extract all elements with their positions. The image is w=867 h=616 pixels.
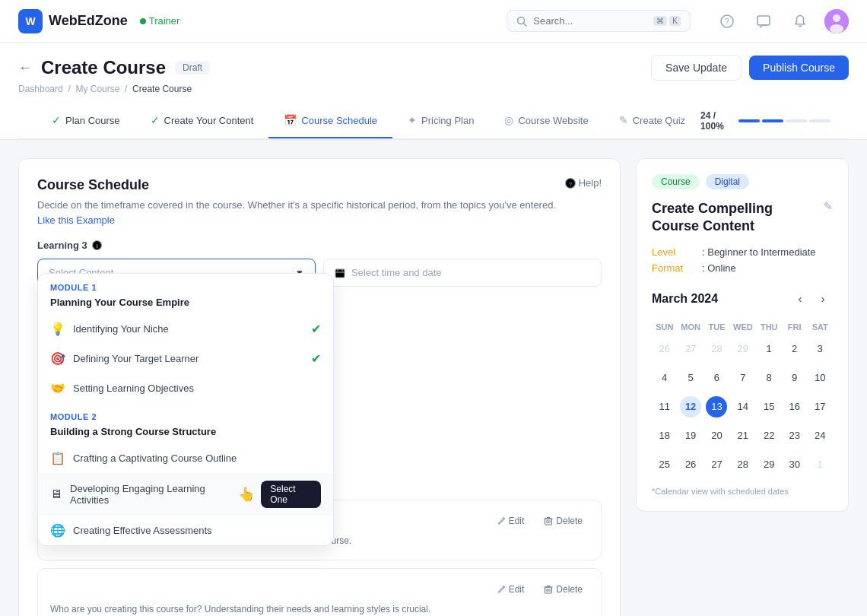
cal-day[interactable]: 28 — [704, 335, 729, 364]
search-bar[interactable]: ⌘K — [507, 10, 691, 32]
calendar-header: March 2024 ‹ › — [652, 289, 833, 309]
objectives-emoji: 🤝 — [50, 381, 65, 395]
dropdown-item-learner[interactable]: 🎯 Defining Your Target Learner ✔ — [38, 344, 333, 373]
niche-label: Identifying Your Niche — [73, 323, 169, 335]
cal-tue: TUE — [704, 319, 729, 335]
cal-day[interactable]: 20 — [704, 421, 729, 450]
app-name: WebEdZone — [49, 13, 128, 29]
content-item-2-header: Edit Delete — [50, 581, 589, 598]
content-item-2-desc: Who are you creating this course for? Un… — [50, 602, 589, 616]
learning-label: Learning 3 i — [37, 240, 602, 251]
breadcrumb-dashboard[interactable]: Dashboard — [18, 84, 63, 94]
cal-day[interactable]: 19 — [677, 421, 703, 450]
calendar-grid: SUN MON TUE WED THU FRI SAT 26 27 — [652, 319, 833, 479]
tab-plan[interactable]: ✓ Plan Course — [37, 103, 135, 138]
cal-day[interactable]: 13 — [704, 392, 729, 421]
cal-day[interactable]: 14 — [729, 392, 756, 421]
cal-day[interactable]: 3 — [807, 335, 833, 364]
cal-day[interactable]: 12 — [677, 392, 703, 421]
cal-day[interactable]: 26 — [652, 335, 677, 364]
cal-day[interactable]: 23 — [782, 421, 807, 450]
page-header: ← Create Course Draft Save Update Publis… — [0, 43, 867, 140]
datetime-input[interactable]: Select time and date — [323, 259, 602, 287]
page-actions: Save Update Publish Course — [651, 55, 849, 81]
cal-day[interactable]: 9 — [782, 364, 807, 392]
cal-day[interactable]: 21 — [729, 421, 756, 450]
cal-fri: FRI — [782, 319, 807, 335]
search-icon — [516, 16, 527, 27]
breadcrumb-mycourse[interactable]: My Course — [75, 84, 119, 94]
cal-day[interactable]: 29 — [756, 450, 781, 479]
format-value: : Online — [702, 262, 736, 274]
cal-day[interactable]: 4 — [652, 364, 677, 392]
dropdown-item-assessments[interactable]: 🌐 Creating Effective Assessments — [38, 516, 333, 545]
tab-label-pricing: Pricing Plan — [421, 115, 474, 126]
tab-website[interactable]: ◎ Course Website — [489, 103, 603, 138]
help-icon[interactable]: ? — [715, 9, 739, 33]
cal-week-3: 11 12 13 14 15 16 17 — [652, 392, 833, 421]
save-button[interactable]: Save Update — [651, 55, 742, 81]
cal-day[interactable]: 30 — [782, 450, 807, 479]
cal-day[interactable]: 16 — [782, 392, 807, 421]
delete-button-2[interactable]: Delete — [538, 581, 589, 598]
cal-day[interactable]: 29 — [729, 335, 756, 364]
svg-text:i: i — [96, 243, 97, 249]
cal-day[interactable]: 8 — [756, 364, 781, 392]
user-avatar[interactable] — [824, 9, 849, 33]
activities-emoji: 🖥 — [50, 487, 62, 501]
cal-day[interactable]: 7 — [729, 364, 756, 392]
cal-day[interactable]: 15 — [756, 392, 781, 421]
card-header: Course Schedule Decide on the timeframe … — [37, 177, 602, 227]
cal-day[interactable]: 11 — [652, 392, 677, 421]
cal-day[interactable]: 2 — [782, 335, 807, 364]
dropdown-item-activities[interactable]: 🖥 Developing Engaging Learning Activitie… — [38, 473, 333, 516]
help-button[interactable]: ? Help! — [565, 177, 602, 189]
cal-day[interactable]: 24 — [807, 421, 833, 450]
niche-check: ✔ — [311, 322, 321, 336]
tab-label-create: Create Your Content — [164, 115, 254, 126]
notification-icon[interactable] — [788, 9, 812, 33]
tab-pricing[interactable]: ✦ Pricing Plan — [392, 103, 489, 138]
search-shortcut: ⌘K — [653, 16, 681, 26]
delete-button-1[interactable]: Delete — [538, 513, 589, 529]
chat-icon[interactable] — [751, 9, 776, 33]
edit-button-1[interactable]: Edit — [491, 513, 531, 529]
publish-button[interactable]: Publish Course — [749, 56, 849, 80]
search-input[interactable] — [533, 15, 647, 27]
tab-create[interactable]: ✓ Create Your Content — [135, 103, 269, 138]
schedule-link[interactable]: Like this Example — [37, 214, 115, 226]
module-1-title: Planning Your Course Empire — [38, 295, 333, 314]
calendar-next[interactable]: › — [813, 289, 833, 309]
cal-day[interactable]: 1 — [807, 450, 833, 479]
back-button[interactable]: ← — [18, 60, 32, 76]
tab-schedule[interactable]: 📅 Course Schedule — [268, 103, 392, 138]
cal-day[interactable]: 25 — [652, 450, 677, 479]
cal-day[interactable]: 22 — [756, 421, 781, 450]
course-edit-icon[interactable]: ✎ — [824, 200, 833, 212]
cal-day[interactable]: 10 — [807, 364, 833, 392]
tab-label-quiz: Create Quiz — [633, 115, 685, 126]
tab-check-plan: ✓ — [52, 114, 61, 126]
cal-day[interactable]: 17 — [807, 392, 833, 421]
cal-day[interactable]: 27 — [677, 335, 703, 364]
dropdown-item-niche[interactable]: 💡 Identifying Your Niche ✔ — [38, 314, 333, 344]
cal-day[interactable]: 1 — [756, 335, 781, 364]
dropdown-item-outline[interactable]: 📋 Crafting a Captivating Course Outline — [38, 443, 333, 473]
calendar-icon — [335, 268, 345, 278]
cal-day[interactable]: 5 — [677, 364, 703, 392]
cal-day[interactable]: 18 — [652, 421, 677, 450]
left-panel: Course Schedule Decide on the timeframe … — [18, 158, 621, 616]
calendar-prev[interactable]: ‹ — [790, 289, 810, 309]
tab-quiz[interactable]: ✎ Create Quiz — [604, 103, 700, 138]
learner-emoji: 🎯 — [50, 351, 65, 366]
edit-button-2[interactable]: Edit — [491, 581, 531, 598]
cal-day[interactable]: 27 — [704, 450, 729, 479]
svg-rect-12 — [335, 269, 345, 278]
cal-day[interactable]: 6 — [704, 364, 729, 392]
cal-day[interactable]: 26 — [677, 450, 703, 479]
calendar-nav: ‹ › — [790, 289, 833, 309]
dropdown-item-objectives[interactable]: 🤝 Setting Learning Objectives — [38, 373, 333, 403]
assessments-emoji: 🌐 — [50, 523, 65, 538]
schedule-icon: 📅 — [284, 114, 297, 126]
cal-day[interactable]: 28 — [729, 450, 756, 479]
